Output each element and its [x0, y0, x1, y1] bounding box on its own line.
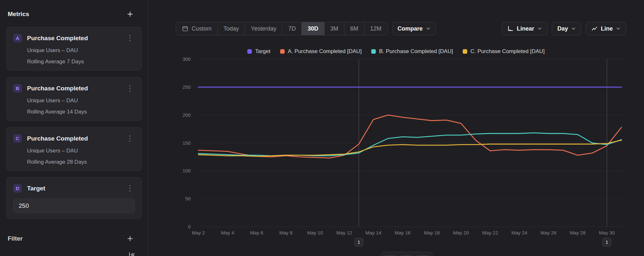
metric-badge-a: A: [13, 34, 22, 42]
bottom-toolbar: [381, 252, 432, 256]
add-metric-button[interactable]: [125, 9, 135, 19]
collapse-sidebar-button[interactable]: [126, 250, 137, 256]
svg-text:May 30: May 30: [599, 230, 615, 235]
metric-card-c[interactable]: C Purchase Completed ⋮ Unique Users – DA…: [6, 127, 142, 171]
metric-subtitle: Unique Users – DAU: [27, 148, 135, 154]
svg-text:0: 0: [188, 224, 191, 229]
metric-badge-b: B: [13, 84, 22, 93]
svg-text:300: 300: [183, 56, 191, 62]
svg-text:250: 250: [183, 84, 191, 90]
metrics-header-label: Metrics: [8, 11, 29, 18]
plus-icon: [127, 11, 134, 18]
metric-detail: Rolling Average 28 Days: [27, 159, 135, 165]
svg-text:May 14: May 14: [365, 230, 381, 235]
collapse-sidebar-icon: [128, 251, 135, 256]
svg-text:May 28: May 28: [570, 230, 585, 235]
svg-text:May 8: May 8: [279, 230, 292, 235]
metric-detail: Rolling Average 14 Days: [27, 109, 135, 115]
svg-text:May 24: May 24: [511, 230, 527, 235]
metric-detail: Rolling Average 7 Days: [27, 59, 135, 65]
svg-text:100: 100: [183, 168, 191, 173]
metric-title: Purchase Completed: [27, 85, 125, 92]
metric-menu-button[interactable]: ⋮: [125, 34, 135, 42]
svg-text:1: 1: [606, 239, 608, 245]
svg-text:1: 1: [357, 239, 360, 245]
svg-text:May 12: May 12: [336, 230, 352, 235]
metric-badge-c: C: [13, 134, 22, 143]
metric-subtitle: Unique Users – DAU: [27, 97, 135, 104]
svg-text:May 26: May 26: [541, 230, 556, 235]
target-menu-button[interactable]: ⋮: [125, 185, 135, 192]
metric-card-b[interactable]: B Purchase Completed ⋮ Unique Users – DA…: [6, 77, 142, 121]
metric-menu-button[interactable]: ⋮: [125, 85, 135, 92]
filter-section-header: Filter: [8, 232, 135, 245]
filter-header-label: Filter: [8, 235, 23, 242]
svg-text:May 18: May 18: [424, 230, 440, 235]
svg-text:May 4: May 4: [221, 230, 234, 235]
metrics-line-chart[interactable]: 05010015020025030011May 2May 4May 6May 8…: [148, 0, 644, 256]
metric-subtitle: Unique Users – DAU: [27, 47, 135, 54]
sidebar: Metrics A Purchase Completed ⋮ Unique Us…: [0, 0, 148, 256]
metrics-section-header: Metrics: [8, 8, 135, 21]
svg-text:May 6: May 6: [250, 230, 263, 235]
svg-text:200: 200: [183, 112, 191, 118]
plus-icon: [127, 235, 134, 242]
metric-title: Purchase Completed: [27, 135, 125, 142]
svg-text:May 16: May 16: [395, 230, 411, 235]
svg-text:50: 50: [185, 196, 191, 201]
metric-title: Purchase Completed: [27, 35, 125, 42]
svg-text:150: 150: [183, 140, 191, 146]
target-title: Target: [27, 185, 125, 192]
metric-menu-button[interactable]: ⋮: [125, 135, 135, 142]
metric-badge-d: D: [13, 184, 22, 193]
svg-text:May 22: May 22: [482, 230, 498, 235]
metric-card-a[interactable]: A Purchase Completed ⋮ Unique Users – DA…: [6, 27, 142, 70]
svg-text:May 10: May 10: [307, 230, 323, 235]
target-card[interactable]: D Target ⋮: [6, 177, 142, 219]
svg-text:May 20: May 20: [453, 230, 469, 235]
add-filter-button[interactable]: [125, 234, 135, 243]
svg-text:May 2: May 2: [192, 230, 205, 235]
target-value-input[interactable]: [13, 198, 135, 213]
